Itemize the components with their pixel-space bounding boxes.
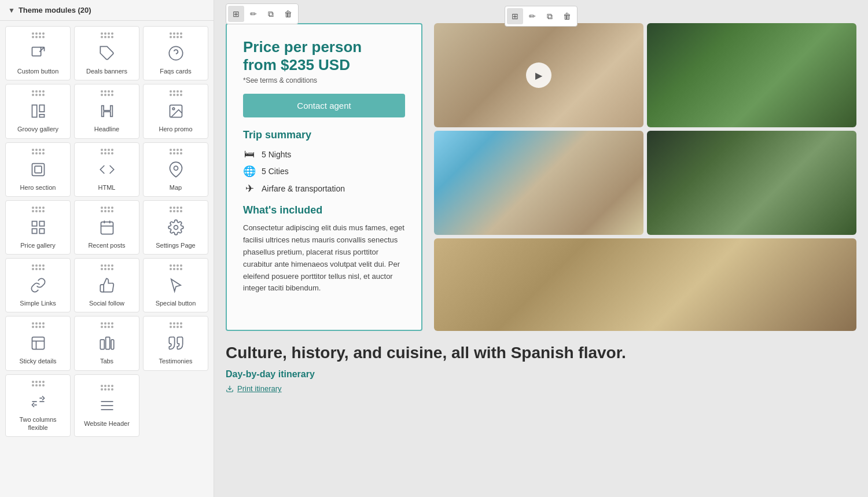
module-settings-page[interactable]: Settings Page: [143, 200, 208, 255]
module-map[interactable]: Map: [143, 142, 208, 197]
modules-grid: Custom button Deals banners Faqs cards G…: [0, 21, 214, 442]
module-label: Headline: [94, 125, 119, 133]
module-label: Faqs cards: [160, 67, 191, 75]
module-custom-button[interactable]: Custom button: [5, 26, 71, 80]
print-itinerary-link[interactable]: Print itinerary: [226, 384, 856, 393]
module-label: Testimonies: [159, 357, 192, 365]
sticky-icon: [28, 333, 49, 354]
sidebar: ▼ Theme modules (20) Custom button Deals…: [0, 0, 214, 497]
svg-rect-25: [105, 337, 109, 349]
download-icon: [226, 385, 234, 393]
svg-rect-10: [35, 166, 42, 173]
photo-grid: ▶: [434, 23, 856, 331]
collapse-icon: ▼: [8, 6, 15, 14]
layout-icon: [28, 101, 49, 122]
module-label: Hero promo: [159, 125, 192, 133]
settings-icon: [165, 217, 186, 238]
module-recent-posts[interactable]: Recent posts: [74, 200, 139, 255]
code-icon: [97, 159, 117, 180]
price-card: ⊞ ✏ ⧉ 🗑 Price per person from $235 USD *…: [226, 23, 422, 331]
module-faqs-cards[interactable]: Faqs cards: [143, 26, 208, 80]
play-button[interactable]: ▶: [526, 62, 551, 88]
photo-sagrada2: [647, 131, 856, 235]
svg-point-8: [172, 108, 175, 110]
svg-rect-26: [111, 340, 114, 349]
module-groovy-gallery[interactable]: Groovy gallery: [5, 84, 71, 138]
module-label: Custom button: [17, 67, 59, 75]
trip-airfare: ✈ Airfare & transportation: [243, 182, 405, 195]
top-toolbar: ⊞ ✏ ⧉ 🗑: [505, 6, 578, 27]
price-card-wrapper: ⊞ ✏ ⧉ 🗑 Price per person from $235 USD *…: [226, 23, 856, 331]
module-special-button[interactable]: Special button: [143, 258, 208, 312]
svg-rect-14: [32, 229, 36, 233]
module-headline[interactable]: Headline: [74, 84, 139, 138]
module-website-header[interactable]: Website Header: [74, 374, 139, 437]
svg-rect-13: [39, 221, 44, 226]
svg-point-20: [174, 225, 178, 229]
sidebar-title: Theme modules (20): [19, 6, 91, 14]
heading-icon: [97, 101, 117, 122]
thumbs-up-icon: [97, 275, 117, 296]
external-link-icon: [28, 43, 49, 64]
cities-icon: 🌐: [243, 165, 256, 178]
main-content: ⊞ ✏ ⧉ 🗑 ⊞ ✏ ⧉ 🗑 Price per person from $2…: [214, 0, 868, 497]
module-label: Recent posts: [88, 241, 125, 249]
svg-rect-16: [101, 222, 113, 234]
card-toolbar: ⊞ ✏ ⧉ 🗑: [226, 3, 299, 24]
card-duplicate-btn[interactable]: ⧉: [263, 6, 279, 22]
whats-included-text: Consectetur adipiscing elit duis mus fam…: [243, 222, 405, 294]
module-label: Settings Page: [156, 241, 196, 249]
block-toolbar-btn[interactable]: ⊞: [507, 8, 523, 24]
module-sticky-details[interactable]: Sticky details: [5, 316, 71, 370]
module-social-follow[interactable]: Social follow: [74, 258, 139, 312]
module-tabs[interactable]: Tabs: [74, 316, 139, 370]
module-testimonies[interactable]: Testimonies: [143, 316, 208, 370]
columns-icon: [28, 391, 49, 412]
price-terms: *See terms & conditions: [243, 76, 405, 84]
module-label: Map: [170, 183, 182, 192]
module-price-gallery[interactable]: Price gallery: [5, 200, 71, 255]
link-icon: [28, 275, 49, 296]
photo-icon: [28, 159, 49, 180]
nights-icon: 🛏: [243, 148, 256, 160]
svg-rect-15: [39, 229, 44, 233]
svg-rect-9: [32, 163, 44, 175]
itinerary-title: Day-by-day itinerary: [226, 369, 856, 380]
module-label: Tabs: [100, 357, 113, 365]
quote-icon: [165, 333, 186, 354]
svg-rect-12: [32, 221, 36, 226]
card-edit-btn[interactable]: ✏: [245, 6, 262, 22]
card-delete-btn[interactable]: 🗑: [280, 6, 296, 22]
photo-sagrada: [647, 23, 856, 127]
tabs-icon: [97, 333, 117, 354]
photo-arch: ▶: [434, 23, 643, 127]
photo-tower: [434, 238, 856, 331]
module-html[interactable]: HTML: [74, 142, 139, 197]
module-label: Social follow: [89, 299, 124, 307]
sidebar-header[interactable]: ▼ Theme modules (20): [0, 0, 214, 21]
delete-toolbar-btn[interactable]: 🗑: [559, 8, 575, 24]
trip-nights: 🛏 5 Nights: [243, 148, 405, 160]
bottom-content: Culture, history, and cuisine, all with …: [226, 343, 856, 393]
whats-included-title: What's included: [243, 204, 405, 216]
svg-rect-21: [32, 337, 44, 349]
svg-rect-4: [32, 105, 36, 117]
module-label: Website Header: [84, 419, 130, 428]
module-hero-section[interactable]: Hero section: [5, 142, 71, 197]
module-simple-links[interactable]: Simple Links: [5, 258, 71, 312]
module-label: Price gallery: [20, 241, 56, 249]
help-circle-icon: [165, 43, 186, 64]
edit-toolbar-btn[interactable]: ✏: [524, 8, 540, 24]
module-deals-banners[interactable]: Deals banners: [74, 26, 139, 80]
svg-point-2: [169, 46, 182, 60]
svg-rect-6: [39, 115, 44, 117]
module-label: Groovy gallery: [17, 125, 58, 133]
module-label: Sticky details: [19, 357, 56, 365]
module-hero-promo[interactable]: Hero promo: [143, 84, 208, 138]
duplicate-toolbar-btn[interactable]: ⧉: [542, 8, 558, 24]
module-two-columns[interactable]: Two columns flexible: [5, 374, 71, 437]
photo-cityscape: [434, 131, 643, 235]
module-label: Simple Links: [20, 299, 56, 307]
contact-agent-button[interactable]: Contact agent: [243, 94, 405, 117]
card-block-btn[interactable]: ⊞: [228, 6, 244, 22]
